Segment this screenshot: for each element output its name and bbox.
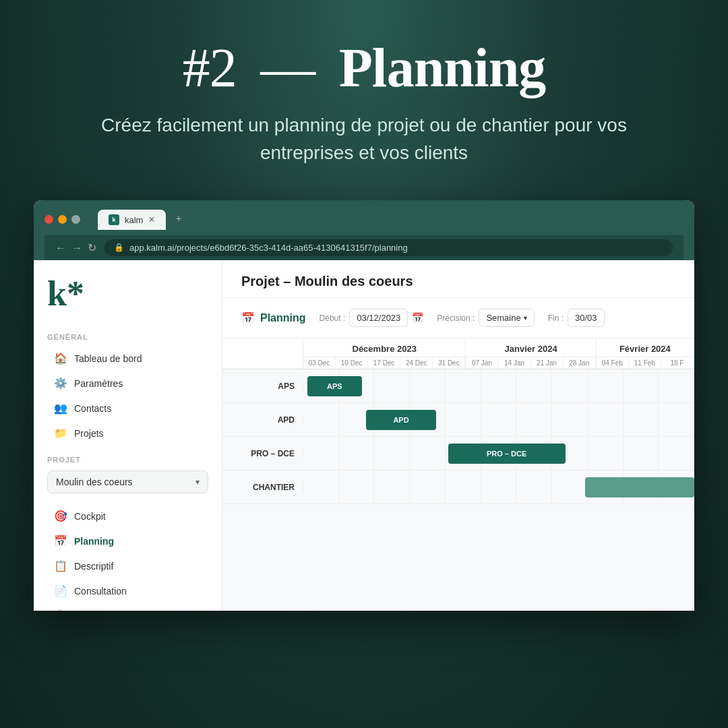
traffic-light-gray[interactable] <box>71 215 80 224</box>
gantt-months-header: Décembre 2023 03 Dec 10 Dec 17 Dec 24 De… <box>222 338 694 369</box>
select-chevron-icon: ▾ <box>524 314 527 322</box>
precision-select[interactable]: Semaine ▾ <box>479 309 534 327</box>
browser-tab[interactable]: k kalm ✕ <box>98 210 166 230</box>
week-label: 24 Dec <box>400 357 433 369</box>
sidebar-item-label: Paramètres <box>74 378 123 389</box>
cell <box>374 471 410 504</box>
sidebar-item-label: Suivi de chantier <box>74 611 144 611</box>
cell <box>339 437 375 470</box>
week-label: 21 Jan <box>531 357 564 369</box>
chevron-down-icon: ▾ <box>195 477 200 487</box>
debut-input[interactable]: 03/12/2023 <box>349 309 408 327</box>
sidebar-item-descriptif[interactable]: 📋 Descriptif <box>47 554 208 578</box>
page-header: Projet – Moulin des coeurs <box>222 260 694 298</box>
cell <box>446 369 481 402</box>
gantt-chart: Décembre 2023 03 Dec 10 Dec 17 Dec 24 De… <box>222 338 694 504</box>
week-label: 18 F <box>661 357 694 369</box>
cell <box>303 437 339 470</box>
address-bar[interactable]: 🔒 app.kalm.ai/projects/e6bd6f26-35c3-414… <box>104 239 673 256</box>
cell <box>339 471 375 504</box>
cell <box>446 403 481 436</box>
heading-number: #2 <box>183 37 237 98</box>
cell <box>374 369 410 402</box>
tab-favicon: k <box>109 214 119 225</box>
debut-control: Début : 03/12/2023 📅 <box>320 309 424 327</box>
browser-controls: k kalm ✕ + <box>44 208 684 230</box>
sidebar-item-contacts[interactable]: 👥 Contacts <box>47 396 208 420</box>
gantt-bar-apd: APD <box>366 410 436 430</box>
cell <box>624 369 659 402</box>
sidebar-item-suivi[interactable]: 🔨 Suivi de chantier <box>47 604 208 611</box>
home-icon: 🏠 <box>54 352 67 365</box>
descriptif-icon: 📋 <box>54 559 67 572</box>
cell <box>588 403 624 436</box>
month-name: Janvier 2024 <box>466 338 595 357</box>
sidebar-item-projets[interactable]: 📁 Projets <box>47 421 208 445</box>
gantt-row-apd: APD <box>222 403 694 437</box>
task-label-apd: APD <box>222 415 303 425</box>
cell <box>624 437 659 470</box>
sidebar-item-tableau[interactable]: 🏠 Tableau de bord <box>47 346 208 370</box>
cell <box>588 369 624 402</box>
subtitle-text: Créez facilement un planning de projet o… <box>101 112 627 166</box>
gantt-timeline-apd: APD <box>303 403 694 436</box>
project-section-label: PROJET <box>47 456 208 464</box>
consultation-icon: 📄 <box>54 584 67 597</box>
calendar-icon: 📅 <box>241 311 255 324</box>
week-labels: 03 Dec 10 Dec 17 Dec 24 Dec 31 Dec <box>303 357 465 369</box>
sidebar-item-label: Projets <box>74 428 104 439</box>
back-button[interactable]: ← <box>55 242 66 254</box>
gantt-timeline-pro-dce: PRO – DCE <box>303 437 694 470</box>
precision-label: Précision : <box>437 313 475 323</box>
gantt-label-spacer <box>222 338 303 369</box>
sidebar-item-label: Tableau de bord <box>74 353 142 364</box>
url-text: app.kalm.ai/projects/e6bd6f26-35c3-414d-… <box>129 243 408 253</box>
cell <box>552 403 588 436</box>
logo: k* <box>47 276 208 311</box>
new-tab-button[interactable]: + <box>169 208 188 230</box>
traffic-light-yellow[interactable] <box>58 215 67 224</box>
week-label: 31 Dec <box>433 357 465 369</box>
heading-title: Planning <box>339 37 545 98</box>
section-divider: PROJET <box>47 456 208 464</box>
week-label: 17 Dec <box>368 357 400 369</box>
folder-icon: 📁 <box>54 427 67 439</box>
calendar-picker-icon[interactable]: 📅 <box>412 312 423 324</box>
cell <box>481 369 517 402</box>
forward-button[interactable]: → <box>71 242 82 254</box>
cockpit-icon: 🎯 <box>54 510 67 522</box>
sidebar-item-label: Contacts <box>74 403 111 414</box>
tab-name: kalm <box>125 215 143 225</box>
cell <box>481 403 517 436</box>
main-container: #2 — Planning Créez facilement un planni… <box>0 0 728 728</box>
task-label-pro-dce: PRO – DCE <box>222 449 303 458</box>
cell <box>552 369 588 402</box>
cell <box>374 437 410 470</box>
nav-buttons: ← → ↻ <box>55 241 96 254</box>
page-title: Projet – Moulin des coeurs <box>241 274 675 289</box>
browser-chrome: k kalm ✕ + ← → ↻ 🔒 app.kalm.ai/projects/… <box>34 200 694 260</box>
sidebar-item-planning[interactable]: 📅 Planning <box>47 529 208 553</box>
project-name: Moulin des coeurs <box>56 477 133 487</box>
project-selector[interactable]: Moulin des coeurs ▾ <box>47 471 208 493</box>
planning-controls: 📅 Planning Début : 03/12/2023 📅 Précisio… <box>222 298 694 338</box>
heading-dash: — <box>260 37 315 98</box>
tab-close-button[interactable]: ✕ <box>148 215 155 224</box>
cell <box>481 471 517 504</box>
cell <box>588 437 624 470</box>
refresh-button[interactable]: ↻ <box>88 241 96 254</box>
browser-window: k kalm ✕ + ← → ↻ 🔒 app.kalm.ai/projects/… <box>34 200 694 611</box>
suivi-icon: 🔨 <box>54 609 67 611</box>
main-content: Projet – Moulin des coeurs 📅 Planning Dé… <box>222 260 694 611</box>
gantt-timeline-chantier <box>303 471 694 504</box>
sidebar-item-parametres[interactable]: ⚙️ Paramètres <box>47 371 208 395</box>
fin-input[interactable]: 30/03 <box>568 309 605 327</box>
traffic-lights <box>44 215 80 224</box>
sidebar-item-cockpit[interactable]: 🎯 Cockpit <box>47 504 208 528</box>
traffic-light-red[interactable] <box>44 215 53 224</box>
cell <box>659 403 694 436</box>
sidebar-item-consultation[interactable]: 📄 Consultation <box>47 579 208 603</box>
cell <box>659 369 694 402</box>
gantt-row-pro-dce: PRO – DCE <box>222 437 694 471</box>
sidebar-item-label: Planning <box>74 536 114 547</box>
